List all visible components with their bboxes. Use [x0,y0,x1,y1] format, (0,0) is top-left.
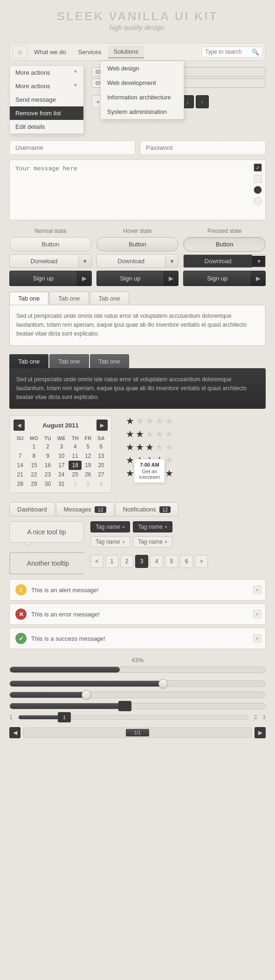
slider-1-thumb[interactable] [158,679,168,688]
button-hover[interactable]: Button [96,237,179,252]
tab-one-3[interactable]: Tab one [90,292,129,305]
cal-cell[interactable]: 10 [54,451,69,461]
page-4[interactable]: 4 [150,555,163,568]
dropdown-item-info-arch[interactable]: Information architecture [101,90,184,105]
star-empty[interactable]: ★ [165,428,173,440]
star-filled[interactable]: ★ [126,415,134,427]
signup-btn-3[interactable]: Sign up ▶ [183,271,266,286]
cal-cell[interactable]: 15 [27,461,41,470]
cal-cell[interactable]: 2 [82,479,95,489]
cal-cell[interactable]: 3 [95,479,108,489]
cal-cell[interactable]: 24 [54,470,69,479]
tag-light-2[interactable]: Tag name × [133,536,172,547]
download-btn-1[interactable]: Donwload ▼ [9,254,92,268]
cal-cell[interactable]: 6 [95,442,108,451]
cal-cell[interactable]: 28 [14,479,27,489]
context-item-more-actions-2[interactable]: More actions ▼ [10,79,83,93]
signup-btn-2[interactable]: Sign up ▶ [96,271,179,286]
cal-cell[interactable]: 11 [69,451,82,461]
cal-cell[interactable]: 4 [69,442,82,451]
scroll-right-arrow[interactable]: ▶ [254,727,266,738]
star-empty[interactable]: ★ [136,415,144,427]
star-filled[interactable]: ★ [136,428,144,440]
cal-cell[interactable]: 20 [95,461,108,470]
slider-2-thumb[interactable] [82,690,91,700]
search-input[interactable] [205,49,252,55]
cal-cell[interactable]: 5 [82,442,95,451]
page-next[interactable]: > [195,555,208,568]
tab-one-2[interactable]: Tab one [49,292,89,305]
password-input[interactable] [140,140,266,155]
range-thumb[interactable]: 1 [58,712,71,722]
star-empty[interactable]: ★ [155,441,164,453]
cal-cell[interactable]: 17 [54,461,69,470]
username-input[interactable] [9,140,135,155]
slider-3-thumb[interactable] [118,701,131,711]
dropdown-item-web-dev[interactable]: Web development [101,76,184,90]
cal-cell[interactable]: 16 [41,461,55,470]
context-item-remove-from-list[interactable]: Remove from list [10,106,83,120]
star-filled[interactable]: ★ [126,428,134,440]
cal-cell[interactable]: 13 [95,451,108,461]
download-btn-2[interactable]: Download ▼ [96,254,179,268]
cal-cell[interactable]: 22 [27,470,41,479]
context-item-send-message[interactable]: Send message [10,93,83,106]
tab-one-1[interactable]: Tab one [9,292,48,305]
nav-item-solutions[interactable]: Solutions [108,46,144,58]
star-filled[interactable]: ★ [126,441,134,453]
page-2[interactable]: 2 [120,555,133,568]
download-btn-3[interactable]: Download ▼ [183,254,266,268]
tag-dark-1[interactable]: Tag name + [90,521,130,532]
slider-2[interactable] [9,692,266,698]
alert-error-close-btn[interactable]: × [253,610,261,618]
nav-item-what-we-do[interactable]: What we do [28,46,72,58]
context-item-edit-details[interactable]: Edit details [10,120,83,133]
alert-success-close-btn[interactable]: × [253,634,261,643]
dropdown-item-sysadmin[interactable]: System administration [101,105,184,119]
star-empty[interactable]: ★ [165,415,173,427]
nav-home-button[interactable]: ⌂ [13,45,28,58]
cal-cell[interactable]: 19 [82,461,95,470]
range-slider-track[interactable]: 1 [18,715,248,720]
cal-cell[interactable]: 7 [14,451,27,461]
cal-cell[interactable]: 3 [54,442,69,451]
star-filled[interactable]: ★ [165,468,173,479]
star-empty[interactable]: ★ [155,415,164,427]
cal-cell[interactable]: 25 [69,470,82,479]
alert-close-btn[interactable]: × [253,586,261,594]
tag-dark-2[interactable]: Tag name × [133,521,172,532]
button-normal[interactable]: Button [9,237,92,252]
page-6[interactable]: 6 [180,555,193,568]
cal-cell[interactable]: 21 [14,470,27,479]
cal-cell[interactable]: 1 [69,479,82,489]
nav-item-services[interactable]: Services [73,46,107,58]
star-empty[interactable]: ★ [155,428,164,440]
cal-cell[interactable]: 29 [27,479,41,489]
checkbox-unchecked[interactable] [254,175,262,183]
page-1[interactable]: 1 [105,555,118,568]
scroll-left-arrow[interactable]: ◀ [9,727,21,738]
calendar-prev[interactable]: ◀ [14,420,25,431]
star-empty[interactable]: ★ [145,415,154,427]
page-5[interactable]: 5 [165,555,178,568]
dark-tab-one-3[interactable]: Tab one [90,354,129,368]
checkbox-checked[interactable]: ✓ [254,163,262,172]
star-filled[interactable]: ★ [126,468,134,479]
star-empty[interactable]: ★ [165,441,173,453]
radio-empty[interactable] [254,197,262,205]
cal-cell[interactable]: 9 [41,451,55,461]
dark-tab-one-1[interactable]: Tab one [9,354,48,368]
slider-3[interactable] [9,703,266,709]
cal-cell[interactable]: 23 [41,470,55,479]
page-3-active[interactable]: 3 [135,555,148,568]
cal-cell[interactable]: 26 [82,470,95,479]
tabs-bar-notifications[interactable]: Notifications 12 [115,502,179,517]
icon-btn-up[interactable]: ↑ [196,95,209,108]
tabs-bar-dashboard[interactable]: Dashboard [9,502,55,517]
calendar-next[interactable]: ▶ [96,420,108,431]
context-item-more-actions-1[interactable]: More actions ▼ [10,66,83,79]
cal-cell[interactable]: 2 [41,442,55,451]
star-filled[interactable]: ★ [145,441,154,453]
cal-cell[interactable] [14,442,27,451]
signup-btn-1[interactable]: Sign up ▶ [9,271,92,286]
